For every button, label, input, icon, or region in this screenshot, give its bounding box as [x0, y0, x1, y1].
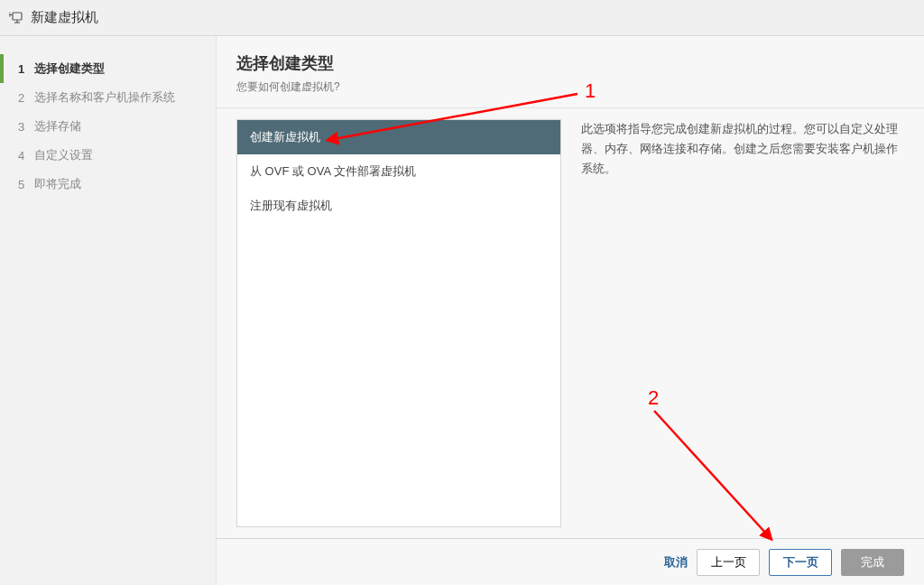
option-deploy-ovf-ova[interactable]: 从 OVF 或 OVA 文件部署虚拟机	[237, 154, 560, 189]
wizard-sidebar: 1 选择创建类型 2 选择名称和客户机操作系统 3 选择存储 4 自定义设置 5…	[0, 36, 217, 585]
wizard-footer: 取消 上一页 下一页 完成	[217, 538, 924, 585]
svg-rect-1	[13, 13, 22, 20]
dialog-body: 1 选择创建类型 2 选择名称和客户机操作系统 3 选择存储 4 自定义设置 5…	[0, 36, 924, 585]
dialog-title: 新建虚拟机	[31, 9, 98, 26]
step-label: 选择存储	[34, 118, 81, 135]
wizard-step-3[interactable]: 3 选择存储	[0, 112, 216, 141]
step-label: 即将完成	[34, 176, 81, 192]
wizard-step-5[interactable]: 5 即将完成	[0, 170, 216, 199]
main-header: 选择创建类型 您要如何创建虚拟机?	[217, 52, 924, 108]
back-button[interactable]: 上一页	[697, 549, 760, 576]
finish-button: 完成	[841, 549, 904, 576]
step-number: 5	[18, 178, 34, 191]
dialog-titlebar: + 新建虚拟机	[0, 0, 924, 36]
main-heading: 选择创建类型	[236, 52, 904, 74]
next-button[interactable]: 下一页	[769, 549, 832, 576]
svg-text:+: +	[9, 11, 13, 20]
new-vm-dialog: + 新建虚拟机 1 选择创建类型 2 选择名称和客户机操作系统 3 选择存储	[0, 0, 924, 585]
creation-type-list: 创建新虚拟机 从 OVF 或 OVA 文件部署虚拟机 注册现有虚拟机	[236, 119, 561, 527]
step-number: 1	[18, 62, 34, 76]
main-subheading: 您要如何创建虚拟机?	[236, 79, 904, 95]
step-number: 4	[18, 149, 34, 162]
step-label: 选择创建类型	[34, 60, 105, 77]
step-number: 2	[18, 91, 34, 105]
step-label: 自定义设置	[34, 147, 93, 163]
main-body: 创建新虚拟机 从 OVF 或 OVA 文件部署虚拟机 注册现有虚拟机 此选项将指…	[217, 108, 924, 538]
step-label: 选择名称和客户机操作系统	[34, 89, 175, 106]
wizard-step-2[interactable]: 2 选择名称和客户机操作系统	[0, 83, 216, 112]
wizard-step-1[interactable]: 1 选择创建类型	[0, 54, 216, 83]
wizard-step-4[interactable]: 4 自定义设置	[0, 141, 216, 170]
wizard-main: 选择创建类型 您要如何创建虚拟机? 创建新虚拟机 从 OVF 或 OVA 文件部…	[217, 36, 924, 585]
option-description: 此选项将指导您完成创建新虚拟机的过程。您可以自定义处理器、内存、网络连接和存储。…	[561, 119, 904, 527]
cancel-button[interactable]: 取消	[664, 554, 688, 571]
vm-icon: +	[9, 11, 23, 25]
option-register-existing-vm[interactable]: 注册现有虚拟机	[237, 189, 560, 223]
option-create-new-vm[interactable]: 创建新虚拟机	[237, 120, 560, 154]
step-number: 3	[18, 120, 34, 134]
